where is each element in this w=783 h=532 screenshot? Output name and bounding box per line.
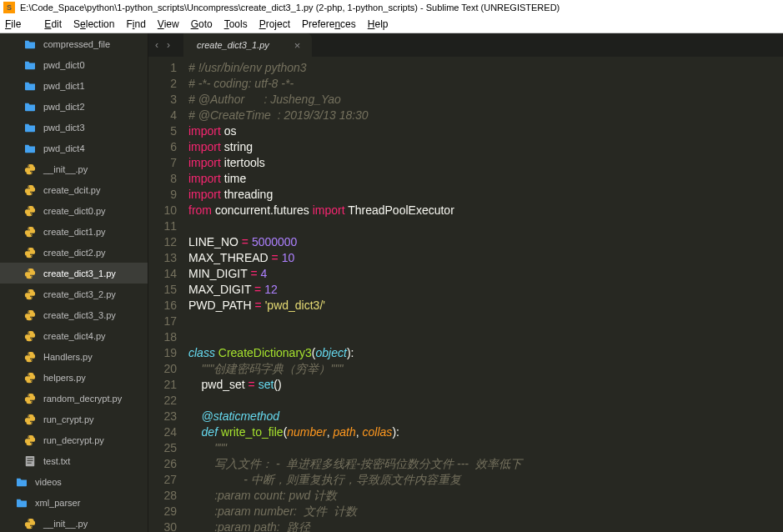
folder-icon [23, 122, 37, 133]
sidebar-item-label: compressed_file [43, 39, 110, 49]
sidebar-item-pwd_dict3[interactable]: pwd_dict3 [0, 117, 148, 138]
file-icon [23, 163, 37, 175]
sidebar-item-label: run_crypt.py [43, 414, 94, 424]
menu-edit[interactable]: Edit [44, 18, 62, 30]
code-area[interactable]: 1234567891011121314151617181920212223242… [148, 57, 783, 532]
sidebar-item-pwd_dict2[interactable]: pwd_dict2 [0, 96, 148, 117]
sidebar-item-create_dict2-py[interactable]: create_dict2.py [0, 242, 148, 263]
folder-icon [23, 143, 37, 154]
file-icon [23, 330, 37, 342]
app-icon: S [3, 2, 15, 13]
sidebar-item-label: create_dict4.py [43, 331, 106, 341]
sidebar-item-pwd_dict1[interactable]: pwd_dict1 [0, 75, 148, 96]
svg-rect-1 [28, 458, 33, 459]
code-content[interactable]: # !/usr/bin/env python3# -*- coding: utf… [188, 57, 783, 532]
sidebar-item-create_dict3_2-py[interactable]: create_dict3_2.py [0, 284, 148, 304]
sidebar-item-label: pwd_dict4 [43, 143, 85, 153]
folder-icon [15, 497, 28, 509]
sidebar-item-label: create_dict0.py [43, 206, 106, 216]
tab-label: create_dict3_1.py [197, 40, 269, 50]
menu-file[interactable]: File [5, 18, 33, 30]
menu-goto[interactable]: Goto [191, 18, 213, 30]
menu-tools[interactable]: Tools [224, 18, 248, 30]
file-icon [23, 247, 37, 258]
file-icon [23, 268, 37, 279]
sidebar-item-label: run_decrypt.py [43, 435, 104, 445]
menu-preferences[interactable]: Preferences [302, 18, 356, 30]
tab-active[interactable]: create_dict3_1.py × [183, 33, 312, 57]
sidebar-item-label: __init__.py [43, 164, 88, 174]
sidebar-item-label: helpers.py [43, 373, 86, 383]
sidebar-item-create_dict1-py[interactable]: create_dict1.py [0, 221, 148, 242]
folder-icon [15, 476, 28, 488]
folder-icon [23, 59, 37, 71]
sidebar-item-label: pwd_dict0 [43, 60, 85, 70]
sidebar-item-label: create_dict3_2.py [43, 289, 116, 299]
sidebar-item-label: pwd_dict1 [43, 81, 85, 91]
menu-help[interactable]: Help [368, 18, 389, 30]
editor-area: ‹ › create_dict3_1.py × 1234567891011121… [148, 33, 783, 532]
titlebar-text: E:\Code_Space\python\1-python_scripts\Un… [20, 3, 560, 13]
folder-icon [23, 101, 37, 113]
sidebar-item-compressed_file[interactable]: compressed_file [0, 33, 148, 54]
menubar: File Edit Selection Find View Goto Tools… [0, 15, 783, 33]
sidebar-item-random_decrypt-py[interactable]: random_decrypt.py [0, 388, 148, 409]
folder-icon [23, 38, 37, 50]
svg-rect-2 [28, 460, 33, 461]
tab-nav-right-icon[interactable]: › [167, 39, 170, 51]
gutter: 1234567891011121314151617181920212223242… [148, 57, 188, 532]
sidebar-item-label: videos [35, 477, 62, 487]
sidebar-item-pwd_dict4[interactable]: pwd_dict4 [0, 138, 148, 158]
sidebar-item-create_dict0-py[interactable]: create_dict0.py [0, 200, 148, 221]
sidebar-item-Handlers-py[interactable]: Handlers.py [0, 346, 148, 367]
sidebar-item-label: create_dict3_3.py [43, 310, 116, 320]
sidebar-item-label: pwd_dict3 [43, 123, 85, 133]
file-icon [23, 205, 37, 217]
sidebar-item-run_decrypt-py[interactable]: run_decrypt.py [0, 429, 148, 450]
menu-view[interactable]: View [158, 18, 179, 30]
sidebar-item-create_dict3_3-py[interactable]: create_dict3_3.py [0, 304, 148, 325]
sidebar-item-label: create_dcit.py [43, 185, 100, 195]
sidebar-item-label: create_dict2.py [43, 248, 106, 258]
main-area: compressed_filepwd_dict0pwd_dict1pwd_dic… [0, 33, 783, 532]
sidebar-item-test-txt[interactable]: test.txt [0, 450, 148, 471]
svg-rect-3 [28, 462, 32, 463]
sidebar-item-videos[interactable]: videos [0, 471, 148, 492]
tabbar: ‹ › create_dict3_1.py × [148, 33, 783, 57]
sidebar-item-run_crypt-py[interactable]: run_crypt.py [0, 409, 148, 429]
sidebar-item-label: test.txt [43, 456, 70, 466]
file-icon [23, 309, 37, 321]
menu-project[interactable]: Project [259, 18, 290, 30]
sidebar-item-label: create_dict3_1.py [43, 269, 116, 279]
sidebar-item-__init__-py[interactable]: __init__.py [0, 513, 148, 532]
tab-close-icon[interactable]: × [294, 39, 301, 52]
file-icon [23, 455, 37, 467]
file-icon [23, 351, 37, 363]
file-icon [23, 393, 37, 404]
file-icon [23, 434, 37, 446]
sidebar-item-label: create_dict1.py [43, 227, 106, 237]
sidebar-item-label: __init__.py [43, 519, 88, 529]
sidebar-item-helpers-py[interactable]: helpers.py [0, 367, 148, 388]
tab-nav-left-icon[interactable]: ‹ [155, 39, 158, 51]
sidebar-item-label: pwd_dict2 [43, 102, 85, 112]
tab-nav: ‹ › [148, 33, 177, 57]
menu-find[interactable]: Find [126, 18, 145, 30]
sidebar-item-label: random_decrypt.py [43, 394, 122, 404]
file-icon [23, 372, 37, 384]
sidebar-item-create_dcit-py[interactable]: create_dcit.py [0, 179, 148, 200]
sidebar[interactable]: compressed_filepwd_dict0pwd_dict1pwd_dic… [0, 33, 148, 532]
menu-selection[interactable]: Selection [73, 18, 114, 30]
sidebar-item-create_dict3_1-py[interactable]: create_dict3_1.py [0, 263, 148, 284]
file-icon [23, 414, 37, 425]
folder-icon [23, 80, 37, 92]
sidebar-item-xml_parser[interactable]: xml_parser [0, 492, 148, 513]
file-icon [23, 226, 37, 238]
sidebar-item-__init__-py[interactable]: __init__.py [0, 158, 148, 179]
sidebar-item-label: Handlers.py [43, 352, 93, 362]
sidebar-item-create_dict4-py[interactable]: create_dict4.py [0, 325, 148, 346]
titlebar: S E:\Code_Space\python\1-python_scripts\… [0, 0, 783, 15]
sidebar-item-pwd_dict0[interactable]: pwd_dict0 [0, 54, 148, 75]
file-icon [23, 184, 37, 196]
sidebar-item-label: xml_parser [35, 498, 80, 508]
